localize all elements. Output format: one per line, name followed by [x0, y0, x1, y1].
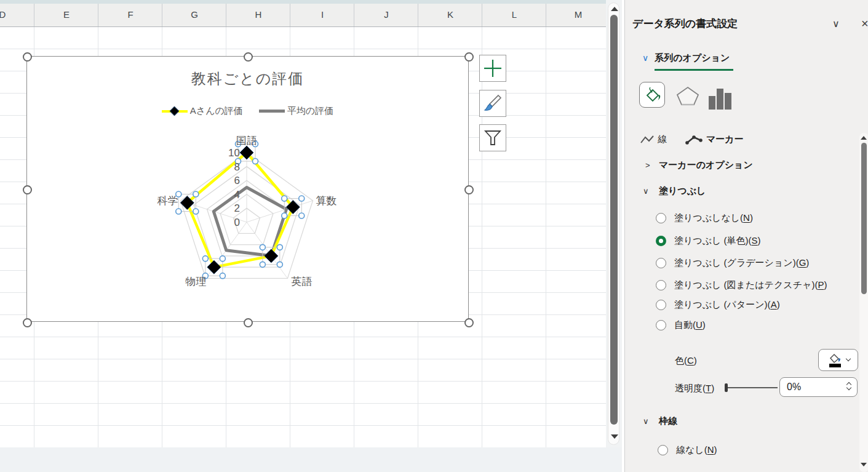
- radio-icon[interactable]: [656, 320, 666, 330]
- radar-axis-tick-label: 2: [234, 202, 240, 214]
- scroll-up-arrow-icon[interactable]: [611, 7, 618, 11]
- radio-icon[interactable]: [656, 300, 666, 310]
- spinner-down-icon[interactable]: [846, 385, 851, 390]
- column-header[interactable]: I: [321, 9, 324, 20]
- legend-item-series1[interactable]: Aさんの評価: [162, 105, 243, 117]
- scrollbar-thumb[interactable]: [861, 143, 867, 294]
- chart-object[interactable]: 0246810国語算数英語物理科学 教科ごとの評価 Aさんの評価 平均の評価: [26, 56, 469, 322]
- chart-elements-button[interactable]: [479, 55, 506, 82]
- marker-selection-handle[interactable]: [220, 273, 225, 279]
- radio-label: 塗りつぶしなし(N): [674, 212, 753, 224]
- legend-label: 平均の評価: [287, 105, 333, 117]
- tab-marker[interactable]: マーカー: [685, 134, 744, 145]
- radio-icon[interactable]: [658, 445, 668, 455]
- transparency-slider-track[interactable]: [727, 387, 778, 388]
- marker-selection-handle[interactable]: [282, 213, 287, 218]
- scroll-down-arrow-icon[interactable]: [861, 463, 867, 466]
- chart-resize-handle[interactable]: [464, 52, 474, 62]
- radar-marker[interactable]: [265, 249, 278, 263]
- radio-option-picture-fill[interactable]: 塗りつぶし (図またはテクスチャ)(P): [656, 278, 827, 292]
- radar-category-label[interactable]: 英語: [291, 276, 312, 287]
- marker-selection-handle[interactable]: [202, 256, 208, 262]
- marker-selection-handle[interactable]: [193, 209, 199, 214]
- sheet-vertical-scrollbar[interactable]: [606, 0, 622, 447]
- radio-icon[interactable]: [656, 258, 666, 268]
- legend-line-swatch: [259, 110, 285, 113]
- chevron-down-icon: [845, 356, 850, 361]
- radar-category-label[interactable]: 物理: [185, 276, 207, 287]
- column-header[interactable]: G: [191, 9, 198, 20]
- radio-icon[interactable]: [656, 236, 666, 246]
- marker-selection-handle[interactable]: [299, 213, 305, 218]
- scroll-down-arrow-icon[interactable]: [611, 434, 618, 439]
- marker-selection-handle[interactable]: [260, 262, 265, 267]
- spinner-control[interactable]: [847, 380, 851, 390]
- radio-option-no-line[interactable]: 線なし(N): [658, 443, 717, 457]
- radar-axis-tick-label: 8: [234, 161, 240, 173]
- chart-filters-button[interactable]: [479, 124, 506, 151]
- marker-selection-handle[interactable]: [220, 256, 225, 262]
- radio-option-pattern-fill[interactable]: 塗りつぶし (パターン)(A): [656, 298, 780, 311]
- marker-selection-handle[interactable]: [260, 244, 265, 250]
- marker-selection-handle[interactable]: [277, 262, 282, 267]
- radio-option-no-fill[interactable]: 塗りつぶしなし(N): [656, 211, 753, 225]
- series-options-dropdown[interactable]: ∨系列のオプション: [642, 52, 730, 64]
- radio-icon[interactable]: [656, 213, 666, 223]
- column-header[interactable]: M: [575, 9, 583, 20]
- fill-color-picker-button[interactable]: [818, 349, 858, 371]
- chart-legend: Aさんの評価 平均の評価: [27, 105, 468, 117]
- column-header[interactable]: F: [127, 9, 133, 20]
- transparency-value[interactable]: 0%: [787, 382, 801, 393]
- column-header[interactable]: H: [255, 9, 262, 20]
- chart-resize-handle[interactable]: [244, 52, 253, 62]
- marker-selection-handle[interactable]: [277, 244, 282, 250]
- tab-line[interactable]: 線: [640, 134, 667, 145]
- fill-section-header[interactable]: 塗りつぶし: [659, 185, 706, 197]
- marker-selection-handle[interactable]: [193, 191, 199, 197]
- transparency-input[interactable]: 0%: [779, 377, 858, 397]
- chart-styles-button[interactable]: [479, 90, 506, 117]
- format-data-series-pane: データ系列の書式設定 ∨ × ∨系列のオプション 線: [624, 0, 868, 472]
- radio-label: 塗りつぶし (単色)(S): [674, 235, 761, 247]
- pane-scrollbar[interactable]: [859, 133, 868, 472]
- radar-category-label[interactable]: 科学: [157, 195, 178, 207]
- chart-resize-handle[interactable]: [464, 185, 474, 194]
- marker-selection-handle[interactable]: [253, 159, 258, 164]
- radar-category-label[interactable]: 国語: [236, 135, 257, 146]
- series-options-tab[interactable]: [707, 88, 734, 110]
- scroll-up-arrow-icon[interactable]: [861, 136, 867, 140]
- radio-option-gradient-fill[interactable]: 塗りつぶし (グラデーション)(G): [656, 256, 809, 270]
- chart-title[interactable]: 教科ごとの評価: [27, 69, 468, 89]
- effects-tab[interactable]: [674, 87, 701, 105]
- radar-series-line[interactable]: [187, 153, 293, 267]
- radio-icon[interactable]: [656, 280, 666, 290]
- marker-selection-handle[interactable]: [176, 209, 181, 214]
- marker-selection-handle[interactable]: [299, 196, 305, 201]
- chart-resize-handle[interactable]: [23, 185, 32, 194]
- radio-option-automatic[interactable]: 自動(U): [656, 318, 706, 332]
- radar-category-label[interactable]: 算数: [316, 195, 336, 207]
- border-section-header[interactable]: 枠線: [659, 415, 677, 427]
- chart-resize-handle[interactable]: [23, 52, 32, 62]
- chart-resize-handle[interactable]: [244, 318, 253, 327]
- column-header[interactable]: K: [447, 9, 453, 20]
- radar-marker[interactable]: [207, 260, 221, 274]
- transparency-slider-thumb[interactable]: [725, 383, 728, 392]
- pane-close-icon[interactable]: ×: [861, 17, 868, 31]
- marker-options-section-header[interactable]: マーカーのオプション: [659, 159, 753, 171]
- legend-item-series2[interactable]: 平均の評価: [259, 105, 333, 117]
- marker-selection-handle[interactable]: [282, 196, 287, 201]
- fill-and-line-tab[interactable]: [639, 82, 665, 108]
- column-header[interactable]: J: [384, 9, 389, 20]
- radio-label: 塗りつぶし (図またはテクスチャ)(P): [674, 279, 827, 291]
- radio-option-solid-fill[interactable]: 塗りつぶし (単色)(S): [656, 234, 761, 247]
- column-header[interactable]: E: [63, 9, 70, 20]
- scrollbar-thumb[interactable]: [610, 15, 618, 425]
- radar-plot-area[interactable]: 0246810国語算数英語物理科学: [27, 57, 469, 322]
- pane-collapse-chevron-icon[interactable]: ∨: [832, 18, 840, 30]
- chart-resize-handle[interactable]: [23, 318, 32, 327]
- chart-resize-handle[interactable]: [464, 318, 474, 327]
- column-header[interactable]: L: [512, 9, 517, 20]
- radar-axis-tick-label: 4: [234, 189, 240, 201]
- column-header[interactable]: D: [0, 9, 6, 20]
